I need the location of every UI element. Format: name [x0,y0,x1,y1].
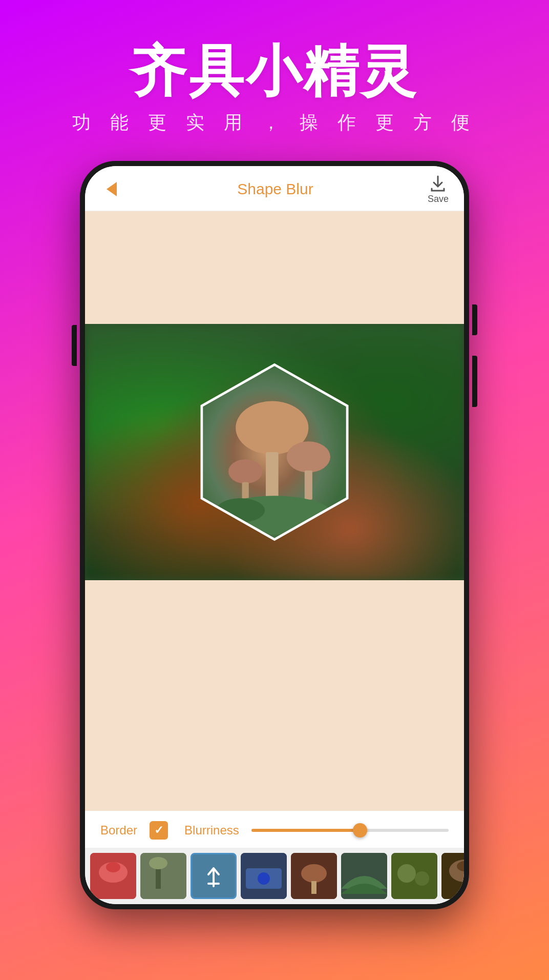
screen-title: Shape Blur [237,180,313,198]
save-label: Save [428,194,449,205]
border-checkbox[interactable]: ✓ [150,821,168,840]
svg-point-25 [397,864,416,883]
back-chevron-icon [107,182,117,196]
nav-bar: Shape Blur Save [85,166,464,211]
slider-track[interactable] [251,829,449,832]
svg-point-19 [258,872,270,885]
svg-point-26 [415,871,429,886]
thumbnail-6[interactable] [341,853,387,899]
header-section: 齐具小精灵 功 能 更 实 用 ， 操 作 更 方 便 [72,0,477,135]
svg-point-16 [149,857,167,869]
thumbnail-2[interactable] [140,853,186,899]
phone-power-button-top [472,304,477,335]
phone-frame: Shape Blur Save [80,161,469,909]
blurriness-label: Blurriness [184,823,239,838]
svg-point-13 [106,862,120,872]
svg-point-4 [287,441,330,473]
thumbnail-4[interactable] [241,853,287,899]
svg-point-21 [301,864,327,883]
shape-overlay[interactable] [187,360,362,544]
svg-rect-22 [311,881,316,894]
upload-icon [201,863,226,889]
sub-title: 功 能 更 实 用 ， 操 作 更 方 便 [72,110,477,135]
bottom-peach-area [85,580,464,811]
svg-rect-3 [266,452,279,501]
checkmark-icon: ✓ [154,824,163,837]
save-button[interactable]: Save [428,174,449,205]
hexagon-border-svg [187,360,362,544]
thumbnails-row [85,848,464,904]
back-button[interactable] [100,178,123,200]
phone-power-button-bottom [472,356,477,407]
svg-point-6 [228,459,262,483]
blurriness-slider-container [251,829,449,832]
svg-rect-5 [305,471,312,500]
thumbnail-1[interactable] [90,853,136,899]
thumbnail-7[interactable] [391,853,437,899]
save-icon [429,174,447,193]
thumbnail-8[interactable] [441,853,464,899]
top-peach-area [85,211,464,324]
controls-section: Border ✓ Blurriness [85,811,464,848]
thumbnail-upload[interactable] [191,853,237,899]
slider-thumb[interactable] [353,823,367,838]
phone-screen: Shape Blur Save [85,166,464,904]
main-title: 齐具小精灵 [131,41,418,102]
thumbnail-5[interactable] [291,853,337,899]
phone-volume-button [72,325,77,366]
border-label: Border [100,823,137,838]
phone-mockup: Shape Blur Save [80,161,469,909]
image-edit-area[interactable] [85,324,464,580]
